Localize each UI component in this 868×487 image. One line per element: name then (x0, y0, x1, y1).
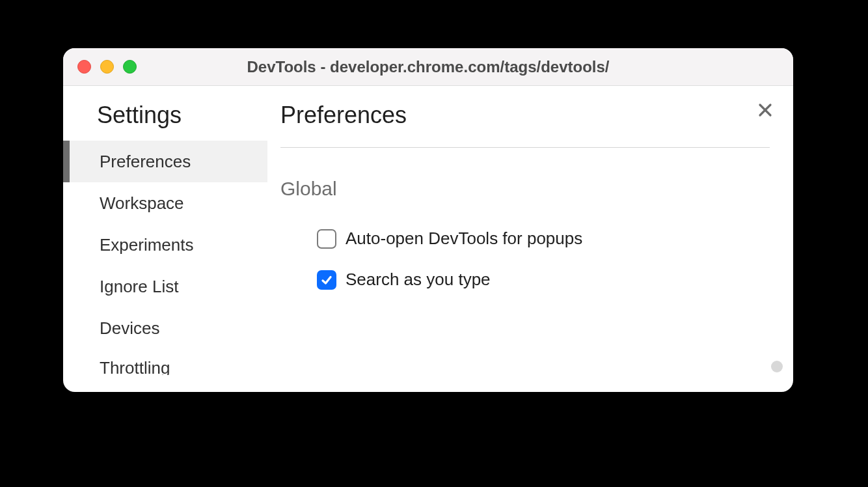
close-window-button[interactable] (77, 60, 91, 74)
option-label: Auto-open DevTools for popups (346, 229, 582, 249)
sidebar-item-experiments[interactable]: Experiments (63, 224, 267, 266)
titlebar: DevTools - developer.chrome.com/tags/dev… (63, 48, 793, 86)
close-icon (758, 103, 772, 117)
close-settings-button[interactable] (754, 99, 776, 121)
page-title: Preferences (280, 102, 770, 129)
sidebar-item-label: Ignore List (100, 277, 178, 297)
divider (280, 147, 770, 148)
sidebar-title: Settings (63, 102, 267, 141)
settings-sidebar: Settings Preferences Workspace Experimen… (63, 86, 267, 392)
section-heading-global: Global (280, 178, 770, 200)
sidebar-item-devices[interactable]: Devices (63, 307, 267, 349)
option-label: Search as you type (346, 270, 491, 290)
sidebar-item-label: Devices (100, 318, 159, 339)
scrollbar-thumb[interactable] (771, 361, 783, 372)
zoom-window-button[interactable] (123, 60, 137, 74)
sidebar-item-label: Experiments (100, 235, 194, 255)
sidebar-item-label: Workspace (100, 193, 184, 214)
sidebar-item-preferences[interactable]: Preferences (63, 141, 267, 182)
settings-content: Settings Preferences Workspace Experimen… (63, 86, 793, 392)
sidebar-item-ignore-list[interactable]: Ignore List (63, 266, 267, 307)
sidebar-item-label: Throttling (100, 358, 170, 375)
option-auto-open-devtools[interactable]: Auto-open DevTools for popups (280, 218, 770, 259)
checkmark-icon (320, 273, 333, 286)
option-search-as-you-type[interactable]: Search as you type (280, 259, 770, 300)
settings-main: Preferences Global Auto-open DevTools fo… (267, 86, 793, 392)
traffic-lights (77, 60, 137, 74)
sidebar-item-workspace[interactable]: Workspace (63, 182, 267, 224)
checkbox-unchecked-icon[interactable] (317, 229, 336, 249)
checkbox-checked-icon[interactable] (317, 270, 336, 290)
devtools-window: DevTools - developer.chrome.com/tags/dev… (63, 48, 793, 392)
sidebar-item-label: Preferences (100, 152, 191, 172)
window-title: DevTools - developer.chrome.com/tags/dev… (63, 58, 793, 76)
sidebar-item-throttling[interactable]: Throttling (63, 349, 267, 375)
minimize-window-button[interactable] (100, 60, 114, 74)
